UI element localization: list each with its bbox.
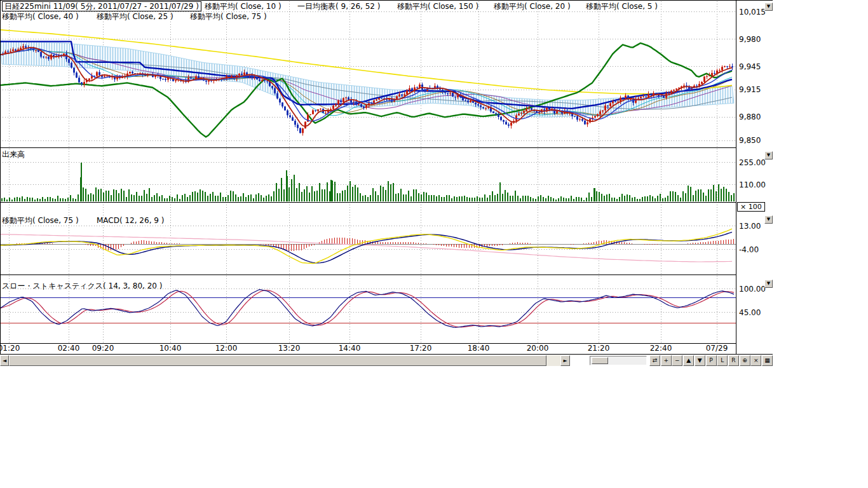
legend-ma5: 移動平均( Close, 5 ) [586,2,658,11]
scroll-left-icon: ◄ [3,358,6,363]
legend-ma40: 移動平均( Close, 40 ) [2,12,79,21]
x-axis-label: 01:20 [0,344,20,353]
stoch-pane-dropdown[interactable]: ▼ [764,280,773,288]
x-axis-label: 14:40 [339,344,361,353]
scroll-right-button[interactable]: ► [560,355,570,366]
legend-ichimoku: 一目均衡表( 9, 26, 52 ) [297,2,380,11]
price-pane-dropdown[interactable]: ▼ [764,3,773,11]
scroll-left-button[interactable]: ◄ [0,355,9,366]
legend-ma20: 移動平均( Close, 20 ) [494,2,571,11]
y-axis: 10,0159,9809,9459,9159,8809,850255.00110… [738,0,773,355]
y-axis-label: 9,850 [739,136,761,145]
legend-ma75: 移動平均( Close, 75 ) [190,12,267,21]
period-button[interactable]: P [706,355,717,366]
x-axis-label: 13:20 [278,344,301,353]
macd-pane-dropdown[interactable]: ▼ [764,215,773,224]
range-tool-button[interactable]: R [728,355,739,366]
x-axis-label: 07/29 [706,344,728,353]
legend-ma25: 移動平均( Close, 25 ) [97,12,173,21]
x-axis-label: 09:20 [92,344,114,353]
pan-mode-button[interactable]: ⇄ [649,355,660,366]
zoom-in-button[interactable]: + [661,355,672,366]
macd-legend-macd: MACD( 12, 26, 9 ) [97,216,164,225]
x-axis-label: 10:40 [159,344,182,353]
close-chart-button[interactable]: × [750,355,761,366]
price-pane[interactable] [0,0,736,147]
scrollbar-track[interactable] [9,355,560,366]
legend-ma10: 移動平均( Close, 10 ) [205,2,281,11]
y-axis-label: 255.00 [739,158,766,167]
line-tool-button[interactable]: L [717,355,728,366]
y-axis-label: 9,915 [739,85,761,94]
horizontal-scrollbar: ◄ ► ⇄+−▲▼PLR⊕×▦ [0,355,773,366]
scrollbar-thumb[interactable] [9,355,546,366]
volume-pane-dropdown[interactable]: ▼ [764,151,773,159]
chart-title: 日経225mini 11/09( 5分, 2011/07/27 - 2011/0… [2,1,201,11]
x-axis-label: 18:40 [468,344,490,353]
y-axis-label: 9,945 [739,62,761,71]
y-axis-label: 100.00 [739,285,766,294]
x-axis-label: 02:40 [58,344,80,353]
y-axis-label: 13.00 [739,222,761,231]
stoch-pane-label: スロー・ストキャスティクス( 14, 3, 80, 20 ) [2,281,162,290]
x-axis-label: 20:00 [527,344,549,353]
x-axis: 01:2002:4009:2010:4012:0013:2014:4017:20… [0,344,736,353]
zoom-out-button[interactable]: − [672,355,682,366]
y-axis-label: 45.00 [739,308,761,317]
chart-window: 日経225mini 11/09( 5分, 2011/07/27 - 2011/0… [0,0,773,367]
grid-settings-button[interactable]: ▦ [762,355,773,366]
x-axis-label: 21:20 [588,344,610,353]
y-axis-label: 10,015 [739,8,766,17]
x-axis-label: 22:40 [650,344,672,353]
scale-down-button[interactable]: ▼ [695,355,705,366]
macd-pane[interactable] [0,202,736,274]
chart-application: 日経225mini 11/09( 5分, 2011/07/27 - 2011/0… [0,0,868,488]
x-axis-label: 12:00 [215,344,238,353]
scale-up-button[interactable]: ▲ [683,355,694,366]
y-axis-label: 9,980 [739,35,761,44]
y-axis-label: -4.00 [739,245,759,254]
y-axis-label: 9,880 [739,112,761,121]
volume-pane[interactable] [0,147,736,202]
macd-legend-ma75: 移動平均( Close, 75 ) [2,216,79,225]
x-axis-label: 17:20 [410,344,432,353]
y-axis-label: 110.00 [739,180,766,189]
volume-pane-label: 出来高 [2,150,25,159]
crosshair-button[interactable]: ⊕ [740,355,750,366]
scroll-right-icon: ► [563,358,567,363]
legend-ma150: 移動平均( Close, 150 ) [397,2,478,11]
zoom-slider-track[interactable] [590,356,647,365]
zoom-slider-thumb[interactable] [592,357,608,364]
